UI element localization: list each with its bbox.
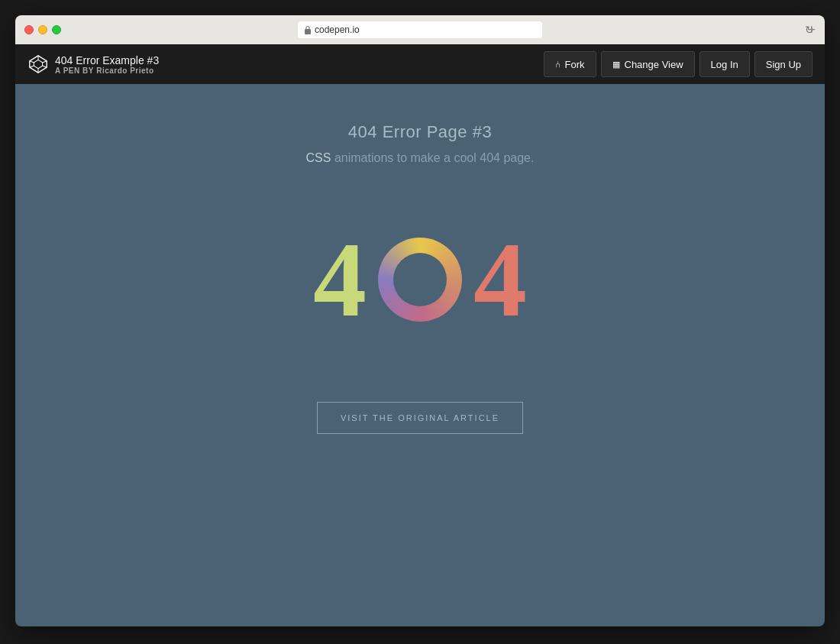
codepen-logo: 404 Error Example #3 A PEN BY Ricardo Pr… [27, 53, 159, 75]
signup-button[interactable]: Sign Up [754, 51, 813, 77]
maximize-button[interactable] [52, 25, 61, 34]
css-highlight: CSS [306, 151, 331, 164]
pen-title: 404 Error Example #3 [55, 54, 159, 66]
digit-4-right: 4 [473, 226, 527, 333]
svg-line-3 [30, 61, 34, 63]
visit-article-button[interactable]: VISIT THE ORIGINAL ARTICLE [317, 402, 523, 434]
content-area: 404 Error Page #3 CSS animations to make… [15, 84, 825, 626]
pen-author: A PEN BY Ricardo Prieto [55, 66, 159, 75]
minimize-button[interactable] [38, 25, 47, 34]
change-view-button[interactable]: ▦ Change View [601, 51, 695, 77]
browser-dots [24, 25, 61, 34]
browser-window: codepen.io ↻ + 404 Error Example #3 A PE… [15, 15, 825, 626]
page-heading: 404 Error Page #3 [348, 122, 492, 142]
codepen-icon [27, 53, 49, 75]
url-text: codepen.io [315, 24, 360, 35]
browser-titlebar: codepen.io ↻ + [15, 15, 825, 44]
zero-ring [378, 238, 462, 322]
digit-4-left: 4 [313, 226, 367, 333]
svg-marker-2 [34, 60, 42, 68]
zero-inner-circle [393, 253, 447, 306]
svg-line-4 [43, 61, 47, 63]
login-button[interactable]: Log In [699, 51, 750, 77]
svg-line-6 [43, 66, 47, 67]
svg-rect-0 [305, 29, 311, 34]
close-button[interactable] [24, 25, 34, 34]
pen-info: 404 Error Example #3 A PEN BY Ricardo Pr… [55, 54, 159, 75]
svg-line-5 [30, 66, 34, 67]
fork-icon: ⑃ [555, 59, 561, 70]
error-404-display: 4 4 [313, 226, 527, 333]
address-bar[interactable]: codepen.io [298, 21, 542, 38]
fork-button[interactable]: ⑃ Fork [544, 51, 596, 77]
lock-icon [304, 25, 312, 34]
zero-display [374, 234, 466, 325]
new-tab-button[interactable]: + [798, 15, 825, 44]
layout-icon: ▦ [612, 60, 620, 70]
codepen-toolbar: 404 Error Example #3 A PEN BY Ricardo Pr… [15, 44, 825, 84]
toolbar-actions: ⑃ Fork ▦ Change View Log In Sign Up [544, 51, 813, 77]
page-subheading: CSS animations to make a cool 404 page. [306, 151, 535, 165]
